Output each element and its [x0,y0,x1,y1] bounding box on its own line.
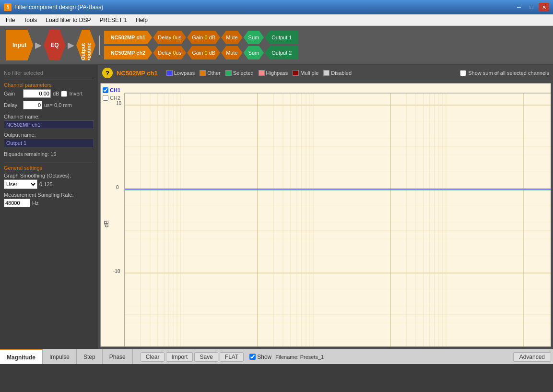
ch2-label: CH2 [110,95,120,101]
output-name-value: Output 1 [4,139,94,147]
menu-preset[interactable]: PRESET 1 [95,16,131,24]
output-routine-block[interactable]: Output routine [76,30,95,60]
arrow-connector-1: ▶ [35,40,42,50]
chart-legend: Lowpass Other Selected Highpass Multiple [166,70,352,76]
input-block[interactable]: Input [6,30,33,60]
app-icon: 🎛 [4,3,12,11]
channel-name-section: Channel name: NC502MP ch1 [4,114,94,130]
left-panel: No filter selected Channel parameters Ga… [0,65,98,349]
ch2-output-block[interactable]: Output 2 [265,46,298,59]
legend-lowpass-color [166,70,173,76]
bottom-bar: Magnitude Impulse Step Phase Clear Impor… [0,349,553,364]
nc502mp-ch2-block[interactable]: NC502MP ch2 [104,46,153,59]
close-button[interactable]: ✕ [539,3,549,12]
show-sum-section: Show sum of all selected channels [460,70,549,76]
sampling-label: Measurement Sampling Rate: [4,192,94,198]
output-name-label: Output name: [4,132,94,138]
svg-text:10: 10 [116,101,122,106]
tab-impulse[interactable]: Impulse [43,349,77,364]
legend-selected: Selected [225,70,254,76]
chart-container: CH1 CH2 10 0 -10 -20 dB [100,83,551,347]
general-title: General settings [4,163,94,171]
menu-help[interactable]: Help [132,16,152,24]
ch2-mute-block[interactable]: Mute [221,46,242,59]
show-sum-checkbox[interactable] [460,70,466,76]
chart-area: ? NC502MP ch1 Lowpass Other Selected [98,65,553,349]
bottom-buttons: Clear Import Save FLAT [137,352,248,362]
legend-other: Other [200,70,221,76]
svg-text:-10: -10 [113,269,120,274]
window-title: Filter component design (PA-Bass) [14,4,103,11]
legend-lowpass-label: Lowpass [174,70,195,76]
nc502mp-ch1-block[interactable]: NC502MP ch1 [104,31,153,44]
help-button[interactable]: ? [102,68,113,78]
ch1-mute-block[interactable]: Mute [221,31,242,44]
ch1-gain-block[interactable]: Gain 0 dB [187,31,220,44]
save-button[interactable]: Save [194,352,218,362]
menu-bar: File Tools Load filter to DSP PRESET 1 H… [0,14,553,26]
legend-highpass-label: Highpass [266,70,288,76]
delay-input[interactable] [23,101,42,109]
legend-disabled: Disabled [323,70,352,76]
ch1-sum-block[interactable]: Sum [244,31,264,44]
channel-name-value: NC502MP ch1 [4,120,94,129]
arrow-connector-2: ▶ [68,40,74,50]
output-name-section: Output name: Output 1 [4,132,94,148]
eq-block[interactable]: EQ [44,30,65,60]
smoothing-label: Graph Smoothing (Octaves): [4,173,94,178]
ch2-gain-block[interactable]: Gain 0 dB [187,46,220,59]
show-section: Show [249,354,271,360]
ch1-checkbox[interactable] [103,87,108,93]
import-button[interactable]: Import [166,352,193,362]
delay-label: Delay [4,102,21,108]
invert-label: Invert [69,91,82,96]
biquads-label: Biquads remaining: 15 [4,151,94,157]
chain-container: Input ▶ EQ ▶ Output routine NC502MP ch1 [6,30,547,60]
menu-file[interactable]: File [2,16,19,24]
maximize-button[interactable]: □ [526,3,537,12]
menu-tools[interactable]: Tools [20,16,41,24]
ch2-checkbox[interactable] [103,95,108,101]
title-bar: 🎛 Filter component design (PA-Bass) ─ □ … [0,0,553,14]
ch2-label-row: CH2 [103,95,120,101]
tab-phase[interactable]: Phase [103,349,133,364]
ch1-response-line [125,189,551,346]
menu-load-filter[interactable]: Load filter to DSP [42,16,94,24]
delay-unit: us= 0,0 mm [44,102,72,108]
ch1-output-block[interactable]: Output 1 [265,31,298,44]
chart-title: NC502MP ch1 [117,70,158,77]
ch2-sum-block[interactable]: Sum [244,46,264,59]
show-label: Show [257,354,271,360]
dual-chains: NC502MP ch1 Delay 0us Gain 0 dB Mute Sum… [104,31,299,59]
svg-rect-63 [125,93,551,346]
window-controls: ─ □ ✕ [514,3,549,12]
sampling-input[interactable] [4,199,30,207]
show-checkbox[interactable] [249,354,256,360]
ch2-delay-block[interactable]: Delay 0us [153,46,186,59]
ch1-delay-block[interactable]: Delay 0us [153,31,186,44]
legend-multiple-color [293,70,299,76]
chart-header: ? NC502MP ch1 Lowpass Other Selected [98,65,553,81]
ch1-label-row: CH1 [103,87,120,93]
svg-text:0: 0 [116,185,119,190]
tab-step[interactable]: Step [77,349,103,364]
flat-button[interactable]: FLAT [220,352,244,362]
gain-input[interactable] [23,89,51,98]
ch2-chain: NC502MP ch2 Delay 0us Gain 0 dB Mute Sum… [104,46,299,59]
legend-multiple-label: Multiple [300,70,318,76]
clear-button[interactable]: Clear [141,352,165,362]
sampling-row: Hz [4,199,94,207]
legend-selected-color [225,70,232,76]
smoothing-select[interactable]: User [4,179,37,189]
invert-checkbox[interactable] [61,91,67,97]
tab-magnitude[interactable]: Magnitude [0,349,43,364]
minimize-button[interactable]: ─ [514,3,524,12]
svg-text:dB: dB [103,220,110,227]
legend-highpass: Highpass [259,70,288,76]
legend-other-label: Other [207,70,221,76]
advanced-button[interactable]: Advanced [513,352,551,362]
legend-selected-label: Selected [233,70,254,76]
channel-name-label: Channel name: [4,114,94,119]
signal-chain-area: Input ▶ EQ ▶ Output routine NC502MP ch1 [0,26,553,65]
show-sum-label: Show sum of all selected channels [468,70,549,76]
